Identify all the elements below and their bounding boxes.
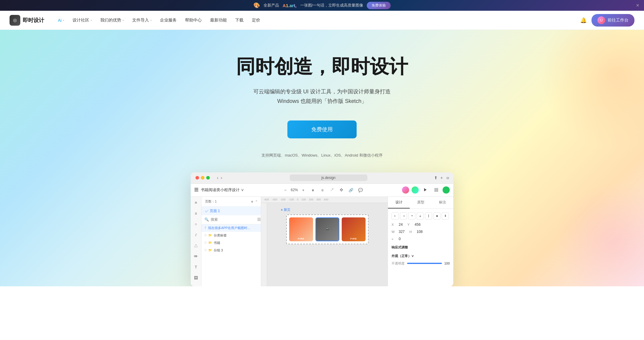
rotation-icon: ↻ xyxy=(392,237,396,241)
titlebar-action-share[interactable]: ⬆ xyxy=(435,175,437,180)
size-group: W 327 H 108 xyxy=(392,230,450,234)
add-page-button[interactable]: + xyxy=(251,199,253,204)
notification-bell-button[interactable]: 🔔 xyxy=(580,17,587,24)
layer-item-group[interactable]: ▷ 📁 分组 3 xyxy=(201,247,261,254)
current-page[interactable]: ✓ 页面 1 xyxy=(201,207,261,215)
titlebar-url-bar: js.design xyxy=(224,174,432,181)
card-fire2: FIRE xyxy=(342,217,366,241)
x-label: X xyxy=(392,223,396,226)
horizontal-ruler: -400 -300 -200 -100 0 100 200 300 400 xyxy=(261,197,388,203)
titlebar-action-add[interactable]: + xyxy=(440,175,443,180)
banner-cta-button[interactable]: 免费体验 xyxy=(367,2,391,9)
play-button[interactable]: ▶ xyxy=(421,186,429,194)
status-indicator xyxy=(443,186,450,194)
nav-item-enterprise[interactable]: 企业服务 xyxy=(156,15,181,25)
comment-tool-button[interactable]: 💬 xyxy=(356,186,365,194)
traffic-light-yellow[interactable] xyxy=(201,176,204,180)
banner-close-button[interactable]: × xyxy=(636,3,639,8)
component-tool-button[interactable]: ❖ xyxy=(337,186,346,194)
nav-item-design-community[interactable]: 设计社区 ▾ xyxy=(68,15,96,25)
hero-cta-button[interactable]: 免费使用 xyxy=(287,120,357,138)
layer-item-main[interactable]: T 现在很多APP在用户截图时... xyxy=(201,224,261,232)
nav-item-pricing[interactable]: 定价 xyxy=(248,15,264,25)
logo-link[interactable]: ⊙ 即时设计 xyxy=(10,15,44,26)
top-banner: 🎨 全新产品 A1.art, 一张图/一句话，立即生成高质量图像 免费体验 × xyxy=(0,0,644,11)
design-tab[interactable]: 设计 xyxy=(388,197,410,208)
titlebar-nav: ‹ › xyxy=(217,175,222,180)
nav-right: 🔔 U 前往工作台 xyxy=(580,14,634,27)
user-avatar: U xyxy=(597,16,605,24)
nav-back-button[interactable]: ‹ xyxy=(217,175,218,180)
menu-button[interactable]: ☰ xyxy=(194,187,198,193)
opacity-slider[interactable] xyxy=(407,263,442,264)
distribute-button[interactable]: ⣿ xyxy=(442,212,449,220)
text-tool-icon[interactable]: T xyxy=(192,264,200,271)
triangle-tool-icon[interactable]: △ xyxy=(192,242,200,249)
titlebar-action-tab[interactable]: ⊡ xyxy=(446,175,449,180)
traffic-light-green[interactable] xyxy=(206,176,210,180)
layer-item-category[interactable]: ▷ 📁 分类标签 xyxy=(201,232,261,239)
url-text[interactable]: js.design xyxy=(290,174,367,181)
x-value: 24 xyxy=(399,222,403,227)
layer-item-books[interactable]: ▷ 📁 书籍 xyxy=(201,239,261,247)
hero-platforms: 支持网页端、macOS、Windows、Linux、iOS、Android 和微… xyxy=(261,153,382,158)
nav-download-label: 下载 xyxy=(235,18,244,23)
image-tool-icon[interactable]: 🖼 xyxy=(192,274,200,282)
frame-icon: ⊞ xyxy=(281,208,283,211)
layers-header-actions: + ⌃ xyxy=(251,199,257,204)
nav-item-download[interactable]: 下载 xyxy=(231,15,248,25)
align-right-button[interactable]: ⊤ xyxy=(408,212,415,220)
nav-features-label: 最新功能 xyxy=(210,18,227,23)
pages-panel-icon[interactable]: ⊡ xyxy=(192,210,200,217)
link-tool-button[interactable]: 🔗 xyxy=(347,186,355,194)
pen-icon[interactable]: ✏ xyxy=(192,253,200,260)
align-center-v-button[interactable]: | xyxy=(425,212,432,220)
circle-tool-icon[interactable]: ○ xyxy=(192,221,200,228)
nav-item-ai[interactable]: Ai ▾ xyxy=(54,16,68,25)
select-tool-button[interactable]: ↗ xyxy=(328,186,336,194)
nav-item-advantages[interactable]: 我们的优势 ▾ xyxy=(96,15,128,25)
canvas-frame[interactable]: FIRE 📷 FIRE xyxy=(286,214,369,244)
align-left-button[interactable]: ⊢ xyxy=(392,212,399,220)
hero-subtitle-line1: 可云端编辑的专业级 UI 设计工具，为中国设计师量身打造 xyxy=(253,89,391,95)
folder-icon-3: ▷ 📁 xyxy=(204,248,212,252)
app-main: ≡ ⊡ ○ / △ ✏ T 🖼 页数：1 + ⌃ xyxy=(191,197,453,286)
prototype-tab[interactable]: 原型 xyxy=(410,197,432,208)
layers-options-button[interactable]: ⌃ xyxy=(255,199,257,204)
project-name-text: 书籍阅读类小程序设计 ∨ xyxy=(201,187,244,193)
align-bottom-button[interactable]: ⊞ xyxy=(433,212,440,220)
toolbar-right: ▶ ▦ xyxy=(402,186,450,194)
canvas[interactable]: -400 -300 -200 -100 0 100 200 300 400 ⊞ … xyxy=(261,197,388,286)
app-titlebar: ‹ › js.design ⬆ + ⊡ xyxy=(191,172,453,184)
nav-item-help[interactable]: 帮助中心 xyxy=(181,15,206,25)
hero-section: 同时创造，即时设计 可云端编辑的专业级 UI 设计工具，为中国设计师量身打造 W… xyxy=(0,30,644,286)
pen-tool-icon[interactable]: / xyxy=(192,231,200,239)
y-label: Y xyxy=(407,223,412,226)
nav-design-community-chevron: ▾ xyxy=(90,18,92,22)
align-top-button[interactable]: ⊥ xyxy=(417,212,424,220)
workspace-button[interactable]: U 前往工作台 xyxy=(591,14,634,27)
layout-button[interactable]: ▦ xyxy=(432,186,440,194)
grid-tool-button[interactable]: ⊞ xyxy=(309,186,317,194)
annotation-tab[interactable]: 标注 xyxy=(432,197,453,208)
responsive-section-title: 响应式调整 xyxy=(392,245,450,250)
zoom-in-button[interactable]: + xyxy=(299,186,307,194)
vertical-ruler xyxy=(261,203,267,286)
frame-name: 聚页 xyxy=(284,208,290,212)
layers-filter-icon[interactable]: ☰ xyxy=(257,217,261,222)
align-center-h-button[interactable]: ⊣ xyxy=(400,212,407,220)
frame-tool-button[interactable]: ⊡ xyxy=(318,186,326,194)
w-prop: W 327 xyxy=(392,230,405,234)
banner-promo-text: 一张图/一句话，立即生成高质量图像 xyxy=(300,3,363,8)
right-panel: 设计 原型 标注 ⊢ ⊣ ⊤ ⊥ | ⊞ ⣿ xyxy=(388,197,453,286)
right-panel-content: ⊢ ⊣ ⊤ ⊥ | ⊞ ⣿ X 24 xyxy=(388,209,453,269)
nav-forward-button[interactable]: › xyxy=(221,175,222,180)
zoom-out-button[interactable]: − xyxy=(281,186,289,194)
traffic-light-red[interactable] xyxy=(195,176,199,180)
right-panel-tabs: 设计 原型 标注 xyxy=(388,197,453,209)
layers-panel-icon[interactable]: ≡ xyxy=(192,199,200,206)
layers-search-input[interactable] xyxy=(211,217,255,222)
text-icon: T xyxy=(204,226,206,230)
nav-item-import[interactable]: 文件导入 ▾ xyxy=(128,15,156,25)
nav-item-features[interactable]: 最新功能 xyxy=(206,15,231,25)
